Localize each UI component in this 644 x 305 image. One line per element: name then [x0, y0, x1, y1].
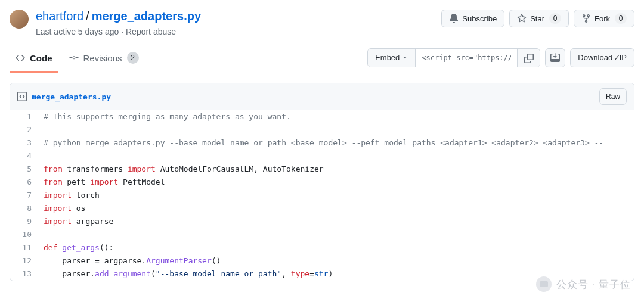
line-number[interactable]: 2	[10, 123, 40, 136]
line-content: import torch	[40, 189, 634, 202]
copy-button[interactable]	[517, 49, 540, 67]
line-content	[40, 150, 634, 163]
line-content: from transformers import AutoModelForCau…	[40, 163, 634, 176]
line-content: import argparse	[40, 215, 634, 228]
line-content	[40, 228, 634, 241]
line-content: def get_args():	[40, 241, 634, 254]
tab-revisions[interactable]: Revisions 2	[63, 47, 145, 73]
desktop-download-icon	[550, 53, 560, 63]
line-number[interactable]: 11	[10, 241, 40, 254]
code-line: 9import argparse	[10, 215, 634, 228]
file-name-link[interactable]: merge_adapters.py	[32, 92, 111, 101]
line-number[interactable]: 5	[10, 163, 40, 176]
code-view: 1# This supports merging as many adapter…	[10, 110, 634, 281]
code-line: 13 parser.add_argument("--base_model_nam…	[10, 267, 634, 281]
bell-icon	[449, 14, 459, 23]
line-number[interactable]: 1	[10, 110, 40, 123]
code-line: 10	[10, 228, 634, 241]
avatar[interactable]	[10, 10, 29, 29]
line-number[interactable]: 4	[10, 150, 40, 163]
gist-filename-link[interactable]: merge_adapters.py	[92, 10, 201, 23]
code-line: 8import os	[10, 202, 634, 215]
star-count: 0	[549, 13, 561, 24]
download-gist-button[interactable]	[545, 48, 565, 67]
star-icon	[517, 14, 527, 23]
code-line: 2	[10, 123, 634, 136]
line-content: import os	[40, 202, 634, 215]
fork-count: 0	[615, 13, 627, 24]
copy-icon	[524, 54, 534, 63]
line-number[interactable]: 3	[10, 136, 40, 150]
line-number[interactable]: 6	[10, 176, 40, 189]
fork-icon	[581, 14, 591, 23]
code-line: 6from peft import PeftModel	[10, 176, 634, 189]
line-content: parser.add_argument("--base_model_name_o…	[40, 267, 634, 281]
line-content: # This supports merging as many adapters…	[40, 110, 634, 123]
line-content: parser = argparse.ArgumentParser()	[40, 254, 634, 267]
revisions-count: 2	[127, 52, 139, 64]
code-icon	[16, 53, 25, 63]
code-line: 1# This supports merging as many adapter…	[10, 110, 634, 123]
embed-script-input[interactable]	[416, 49, 517, 67]
code-line: 4	[10, 150, 634, 163]
tab-code[interactable]: Code	[10, 48, 58, 73]
line-number[interactable]: 9	[10, 215, 40, 228]
embed-group: Embed	[367, 48, 540, 67]
code-line: 5from transformers import AutoModelForCa…	[10, 163, 634, 176]
embed-dropdown[interactable]: Embed	[368, 49, 416, 67]
owner-link[interactable]: ehartford	[36, 10, 83, 23]
line-number[interactable]: 7	[10, 189, 40, 202]
gist-title: ehartford/merge_adapters.py	[36, 10, 201, 23]
code-square-icon	[17, 92, 27, 101]
revisions-icon	[69, 53, 79, 63]
star-button[interactable]: Star 0	[509, 10, 569, 27]
raw-button[interactable]: Raw	[599, 88, 627, 105]
code-line: 12 parser = argparse.ArgumentParser()	[10, 254, 634, 267]
line-number[interactable]: 8	[10, 202, 40, 215]
report-abuse-link[interactable]: Report abuse	[126, 27, 176, 36]
line-content: from peft import PeftModel	[40, 176, 634, 189]
gist-meta: Last active 5 days ago · Report abuse	[36, 27, 201, 36]
subscribe-button[interactable]: Subscribe	[441, 10, 504, 27]
fork-button[interactable]: Fork 0	[574, 10, 634, 27]
line-number[interactable]: 10	[10, 228, 40, 241]
download-zip-button[interactable]: Download ZIP	[570, 48, 634, 67]
code-line: 11def get_args():	[10, 241, 634, 254]
line-content: # python merge_adapters.py --base_model_…	[40, 136, 634, 150]
code-line: 7import torch	[10, 189, 634, 202]
line-number[interactable]: 13	[10, 267, 40, 281]
line-number[interactable]: 12	[10, 254, 40, 267]
caret-down-icon	[402, 55, 408, 61]
line-content	[40, 123, 634, 136]
code-line: 3# python merge_adapters.py --base_model…	[10, 136, 634, 150]
